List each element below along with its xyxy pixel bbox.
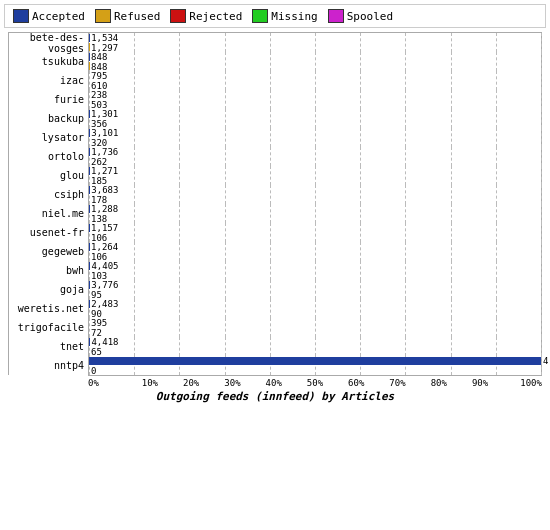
row-label: gegeweb	[9, 242, 89, 261]
row-label: trigofacile	[9, 318, 89, 337]
table-row: niel.me1,288138	[9, 204, 541, 223]
accepted-color-swatch	[13, 9, 29, 23]
row-bar-cell: 1,157106	[89, 223, 541, 242]
row-label: usenet-fr	[9, 223, 89, 242]
row-bar-cell: 1,736262	[89, 147, 541, 166]
missing-color-swatch	[252, 9, 268, 23]
row-label: nntp4	[9, 356, 89, 375]
x-axis: 0% 10% 20% 30% 40% 50% 60% 70% 80% 90% 1…	[88, 375, 542, 388]
row-label: tnet	[9, 337, 89, 356]
bar-value-accepted: 395	[89, 318, 107, 328]
row-bar-cell: 1,288138	[89, 204, 541, 223]
table-row: goja3,77695	[9, 280, 541, 299]
x-label-80: 80%	[418, 378, 459, 388]
bar-value-accepted: 4,405	[89, 261, 118, 271]
table-row: backup1,301356	[9, 109, 541, 128]
table-row: bwh4,405103	[9, 261, 541, 280]
row-bar-cell: 1,271185	[89, 166, 541, 185]
legend-rejected: Rejected	[170, 9, 242, 23]
row-bar-cell: 848848	[89, 52, 541, 71]
x-label-10: 10%	[129, 378, 170, 388]
bar-value-refused: 65	[89, 347, 102, 357]
bar-value-accepted: 1,301	[89, 109, 118, 119]
x-label-40: 40%	[253, 378, 294, 388]
legend-accepted: Accepted	[13, 9, 85, 23]
row-label: lysator	[9, 128, 89, 147]
table-row: weretis.net2,48390	[9, 299, 541, 318]
bar-value-accepted: 3,683	[89, 185, 118, 195]
bar-accepted	[89, 357, 541, 365]
row-label: bwh	[9, 261, 89, 280]
bar-value-refused: 0	[89, 366, 96, 376]
bar-value-accepted: 4,753,555	[541, 356, 550, 366]
table-row: usenet-fr1,157106	[9, 223, 541, 242]
row-bar-cell: 39572	[89, 318, 541, 337]
chart-title: Outgoing feeds (innfeed) by Articles	[8, 390, 542, 403]
row-bar-cell: 795610	[89, 71, 541, 90]
table-row: tsukuba848848	[9, 52, 541, 71]
row-label: backup	[9, 109, 89, 128]
spooled-color-swatch	[328, 9, 344, 23]
x-label-100: 100%	[501, 378, 542, 388]
row-bar-cell: 4,405103	[89, 261, 541, 280]
row-label: izac	[9, 71, 89, 90]
table-row: ortolo1,736262	[9, 147, 541, 166]
bar-value-accepted: 2,483	[89, 299, 118, 309]
row-bar-cell: 4,753,5550	[89, 356, 541, 375]
bar-value-accepted: 1,736	[89, 147, 118, 157]
table-row: furie238503	[9, 90, 541, 109]
row-bar-cell: 4,41865	[89, 337, 541, 356]
table-row: lysator3,101320	[9, 128, 541, 147]
x-label-70: 70%	[377, 378, 418, 388]
bar-value-accepted: 1,534	[89, 33, 118, 43]
legend-missing-label: Missing	[271, 10, 317, 23]
row-bar-cell: 2,48390	[89, 299, 541, 318]
row-bar-cell: 3,77695	[89, 280, 541, 299]
bar-value-accepted: 3,776	[89, 280, 118, 290]
row-label: weretis.net	[9, 299, 89, 318]
row-bar-cell: 1,301356	[89, 109, 541, 128]
refused-color-swatch	[95, 9, 111, 23]
row-label: ortolo	[9, 147, 89, 166]
table-row: bete-des-vosges1,5341,297	[9, 33, 541, 52]
legend-missing: Missing	[252, 9, 317, 23]
row-label: furie	[9, 90, 89, 109]
legend-refused-label: Refused	[114, 10, 160, 23]
chart-rows: bete-des-vosges1,5341,297tsukuba848848iz…	[8, 32, 542, 375]
table-row: trigofacile39572	[9, 318, 541, 337]
x-label-90: 90%	[459, 378, 500, 388]
row-bar-cell: 3,101320	[89, 128, 541, 147]
bar-value-accepted: 3,101	[89, 128, 118, 138]
legend-spooled: Spooled	[328, 9, 393, 23]
legend-accepted-label: Accepted	[32, 10, 85, 23]
bar-value-accepted: 795	[89, 71, 107, 81]
table-row: nntp44,753,5550	[9, 356, 541, 375]
legend-spooled-label: Spooled	[347, 10, 393, 23]
chart-wrapper: bete-des-vosges1,5341,297tsukuba848848iz…	[8, 32, 542, 403]
row-label: niel.me	[9, 204, 89, 223]
row-bar-cell: 3,683178	[89, 185, 541, 204]
row-label: csiph	[9, 185, 89, 204]
table-row: gegeweb1,264106	[9, 242, 541, 261]
row-label: tsukuba	[9, 52, 89, 71]
table-row: izac795610	[9, 71, 541, 90]
main-container: Accepted Refused Rejected Missing Spoole…	[0, 0, 550, 530]
table-row: glou1,271185	[9, 166, 541, 185]
row-bar-cell: 1,5341,297	[89, 33, 541, 52]
row-label: goja	[9, 280, 89, 299]
legend: Accepted Refused Rejected Missing Spoole…	[4, 4, 546, 28]
x-label-20: 20%	[171, 378, 212, 388]
legend-rejected-label: Rejected	[189, 10, 242, 23]
rejected-color-swatch	[170, 9, 186, 23]
x-label-30: 30%	[212, 378, 253, 388]
bar-value-accepted: 1,288	[89, 204, 118, 214]
bar-value-accepted: 848	[89, 52, 107, 62]
bar-value-accepted: 238	[89, 90, 107, 100]
bar-value-accepted: 4,418	[89, 337, 118, 347]
row-bar-cell: 1,264106	[89, 242, 541, 261]
row-bar-cell: 238503	[89, 90, 541, 109]
table-row: tnet4,41865	[9, 337, 541, 356]
bar-value-accepted: 1,264	[89, 242, 118, 252]
legend-refused: Refused	[95, 9, 160, 23]
row-label: glou	[9, 166, 89, 185]
